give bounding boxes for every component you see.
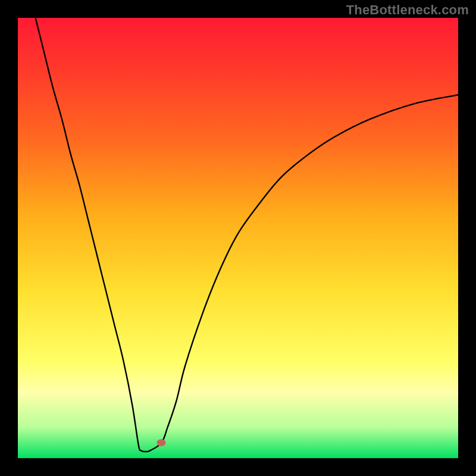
chart-frame: TheBottleneck.com (0, 0, 476, 476)
plot-area (18, 18, 458, 458)
watermark-text: TheBottleneck.com (346, 2, 469, 18)
optimal-point-marker (157, 439, 166, 446)
bottleneck-curve (18, 18, 458, 458)
